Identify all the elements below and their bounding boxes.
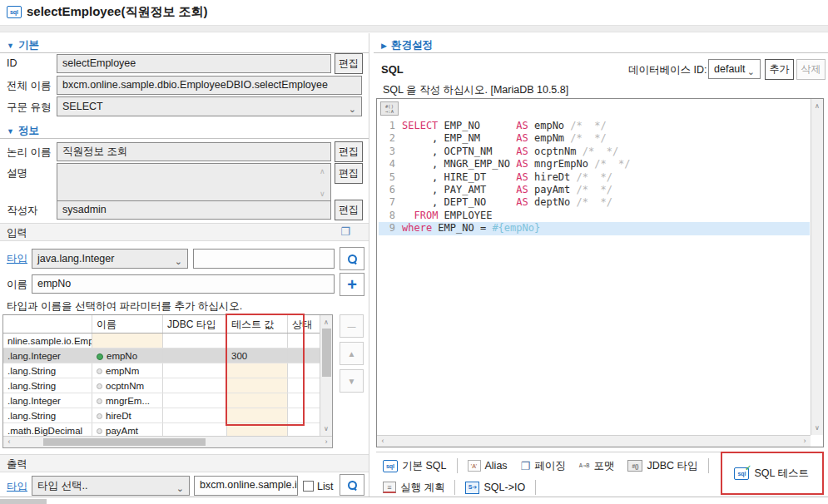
table-row[interactable]: .lang.StringhireDt — [3, 408, 332, 423]
table-row[interactable]: .lang.IntegerempNo300 — [3, 348, 332, 363]
column-header[interactable] — [3, 315, 92, 333]
paging-button[interactable]: ❐페이징 — [518, 457, 569, 475]
table-cell-name[interactable]: ocptnNm — [92, 378, 163, 393]
table-row[interactable]: nline.sample.io.Emp — [3, 334, 332, 348]
sql-editor[interactable]: #()→:A 1SELECT EMP_NO AS empNo /* */2 , … — [376, 98, 824, 447]
input-type-select[interactable]: java.lang.Integer⌄ — [32, 249, 188, 269]
table-cell-name[interactable]: empNm — [92, 363, 163, 378]
section-env-header[interactable]: ▶환경설정 — [381, 38, 433, 52]
jdbc-button[interactable]: #()JDBC 타입 — [624, 457, 701, 475]
scroll-up-icon[interactable]: ∧ — [811, 102, 823, 110]
input-type-search-button[interactable] — [340, 247, 364, 270]
table-cell-type[interactable]: .lang.Integer — [3, 393, 92, 408]
table-cell-jdbc[interactable] — [163, 334, 227, 348]
format-button[interactable]: A→B포맷 — [576, 457, 618, 475]
remove-parameter-button[interactable]: — — [340, 314, 364, 338]
output-search-button[interactable] — [340, 474, 364, 496]
editor-horizontal-scrollbar[interactable]: ‹ › — [377, 435, 811, 447]
table-cell-state[interactable] — [288, 408, 321, 422]
scroll-down-icon[interactable]: ∨ — [811, 424, 823, 432]
code-line-6[interactable]: 6 , PAY_AMT AS payAmt /* */ — [379, 184, 810, 196]
table-cell-type[interactable]: .lang.String — [3, 408, 92, 422]
table-cell-name[interactable]: hireDt — [92, 408, 163, 422]
table-row[interactable]: .lang.StringempNm — [3, 363, 332, 378]
collapse-panel-icon[interactable]: ❐ — [340, 225, 350, 238]
scroll-right-icon[interactable]: › — [799, 436, 811, 447]
add-database-button[interactable]: 추가 — [765, 59, 794, 80]
table-cell-name[interactable]: mngrEm... — [92, 393, 163, 408]
logical-name-field[interactable]: 직원정보 조회 — [57, 142, 331, 161]
sql-code-area[interactable]: 1SELECT EMP_NO AS empNo /* */2 , EMP_NM … — [379, 120, 810, 434]
stmt-type-select[interactable]: SELECT⌄ — [57, 96, 362, 116]
output-type-select[interactable]: 타입 선택..⌄ — [32, 476, 190, 496]
table-cell-jdbc[interactable] — [163, 408, 227, 422]
table-row[interactable]: .lang.StringocptnNm — [3, 378, 332, 393]
table-cell-test[interactable] — [227, 393, 288, 408]
table-cell-test[interactable] — [227, 378, 288, 393]
code-line-8[interactable]: 8 FROM EMPLOYEE — [379, 210, 810, 222]
logical-name-edit-button[interactable]: 편집 — [335, 141, 363, 162]
code-line-4[interactable]: 4 , MNGR_EMP_NO AS mngrEmpNo /* */ — [379, 158, 810, 170]
delete-database-button[interactable]: 삭제 — [796, 59, 826, 80]
sqlio-button[interactable]: S➔SQL->IO — [462, 480, 528, 496]
table-cell-state[interactable] — [288, 393, 321, 408]
column-header[interactable]: 이름 — [92, 315, 163, 333]
full-name-field[interactable]: bxcm.online.sample.dbio.EmployeeDBIO.sel… — [57, 76, 362, 95]
scroll-down-icon[interactable]: ∨ — [320, 425, 332, 432]
plan-button[interactable]: ≡실행 계획 — [379, 479, 448, 497]
code-line-7[interactable]: 7 , DEPT_NO AS deptNo /* */ — [379, 196, 810, 209]
table-horizontal-scrollbar[interactable]: ‹ › — [3, 436, 332, 447]
table-cell-jdbc[interactable] — [163, 393, 227, 408]
move-down-button[interactable]: ▼ — [340, 369, 364, 393]
table-row[interactable]: .lang.IntegermngrEm... — [3, 393, 332, 408]
code-line-9[interactable]: 9where EMP_NO = #{empNo} — [379, 222, 810, 235]
output-type-link[interactable]: 타입 — [7, 480, 27, 494]
scroll-left-icon[interactable]: ‹ — [377, 436, 389, 447]
table-cell-jdbc[interactable] — [163, 363, 227, 378]
move-up-button[interactable]: ▲ — [340, 342, 364, 365]
input-type-link[interactable]: 타입 — [7, 252, 27, 266]
table-cell-type[interactable]: nline.sample.io.Emp — [3, 334, 92, 348]
scrollbar-thumb[interactable] — [43, 438, 206, 446]
table-cell-jdbc[interactable] — [163, 378, 227, 393]
section-basic-header[interactable]: ▼기본 — [7, 38, 39, 52]
input-type-search-field[interactable] — [193, 249, 335, 269]
table-cell-test[interactable] — [227, 363, 288, 378]
id-edit-button[interactable]: 편집 — [335, 53, 363, 74]
column-header[interactable]: 테스트 값 — [227, 315, 288, 333]
table-cell-state[interactable] — [288, 378, 321, 393]
author-field[interactable]: sysadmin — [57, 200, 331, 220]
add-parameter-button[interactable]: + — [340, 273, 364, 296]
description-edit-button[interactable]: 편집 — [335, 163, 363, 184]
bottom-scrollbar-thumb[interactable] — [0, 499, 47, 504]
table-cell-state[interactable] — [288, 334, 321, 348]
column-header[interactable]: JDBC 타입 — [163, 315, 227, 333]
table-cell-state[interactable] — [288, 363, 321, 378]
scroll-left-icon[interactable]: ‹ — [3, 437, 15, 447]
table-cell-name[interactable] — [92, 334, 163, 348]
column-header[interactable]: 상태 — [288, 315, 321, 333]
scroll-right-icon[interactable]: › — [320, 437, 332, 447]
section-info-header[interactable]: ▼정보 — [7, 124, 39, 138]
code-line-5[interactable]: 5 , HIRE_DT AS hireDt /* */ — [379, 171, 810, 184]
code-line-2[interactable]: 2 , EMP_NM AS empNm /* */ — [379, 132, 810, 145]
input-name-field[interactable]: empNo — [32, 274, 335, 294]
list-checkbox[interactable] — [303, 481, 314, 492]
table-cell-type[interactable]: .lang.String — [3, 363, 92, 378]
table-vertical-scrollbar[interactable]: ∧ ∨ — [320, 315, 332, 436]
table-cell-state[interactable] — [288, 348, 321, 363]
code-line-3[interactable]: 3 , OCPTN_NM AS ocptnNm /* */ — [379, 146, 810, 158]
table-cell-type[interactable]: .lang.String — [3, 378, 92, 393]
table-cell-type[interactable]: .lang.Integer — [3, 348, 92, 363]
table-cell-test[interactable] — [227, 408, 288, 422]
code-line-1[interactable]: 1SELECT EMP_NO AS empNo /* */ — [379, 120, 810, 132]
author-edit-button[interactable]: 편집 — [335, 200, 363, 220]
table-cell-jdbc[interactable] — [163, 348, 227, 363]
sql-badge-button[interactable]: sql기본 SQL — [379, 457, 450, 475]
table-cell-test[interactable] — [227, 334, 288, 348]
table-cell-name[interactable]: empNo — [92, 348, 163, 363]
output-class-field[interactable]: bxcm.online.sample.io. — [194, 476, 298, 496]
table-cell-test[interactable]: 300 — [227, 348, 288, 363]
editor-vertical-scrollbar[interactable]: ∧ ∨ — [811, 99, 823, 435]
id-field[interactable]: selectEmployee — [57, 54, 331, 73]
